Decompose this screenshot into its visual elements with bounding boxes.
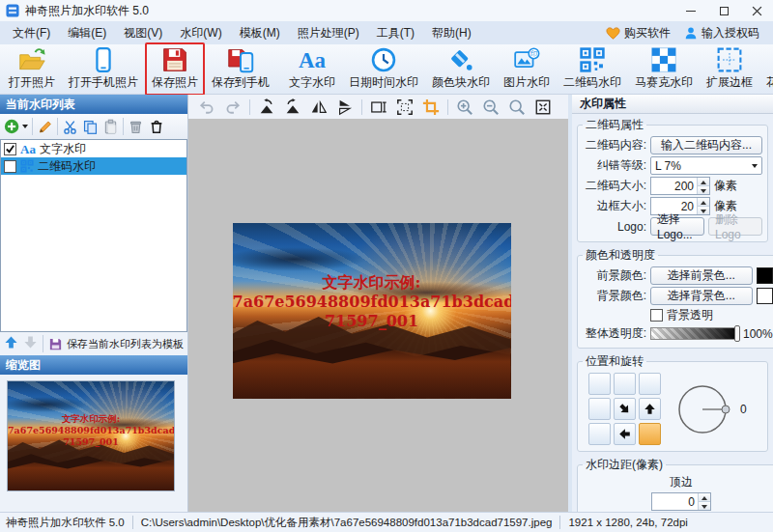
phone-icon [90, 46, 117, 73]
photo-image[interactable]: 文字水印示例: 7a67e56948809fd013a71b3dcad 7159… [233, 223, 511, 399]
maximize-button[interactable] [707, 0, 740, 21]
position-top-center[interactable] [614, 373, 636, 395]
flip-vertical-icon[interactable] [335, 98, 355, 117]
thumbnail-header: 缩览图 [0, 355, 187, 375]
zoom-actual-icon[interactable] [507, 98, 527, 117]
list-item-text-watermark[interactable]: Aa 文字水印 [1, 140, 186, 157]
spin-down[interactable] [698, 207, 709, 214]
checkbox-checked[interactable] [4, 143, 16, 155]
app-window: 神奇照片加水印软件 5.0 文件(F) 编辑(E) 视图(V) 水印(W) 模板… [0, 0, 773, 532]
list-item-label: 文字水印 [40, 141, 86, 157]
watermark-list-toolbar [0, 114, 187, 139]
minimize-button[interactable] [674, 0, 707, 21]
bg-color-label: 背景颜色: [583, 288, 646, 304]
cut-watermark-button[interactable] [62, 119, 78, 135]
picture-watermark-button[interactable]: 印 图片水印 [497, 42, 557, 96]
delete-logo-button[interactable]: 删除Logo [708, 217, 762, 236]
ecc-label: 纠错等级: [583, 157, 646, 174]
qr-size-unit: 像素 [714, 178, 737, 194]
menu-photo-process[interactable]: 照片处理(P) [289, 22, 368, 44]
position-middle-left[interactable] [588, 398, 611, 420]
qr-size-stepper[interactable]: 200 [650, 177, 710, 195]
delete-watermark-button[interactable] [128, 119, 144, 135]
ecc-select[interactable]: L 7% [650, 156, 762, 175]
open-photo-button[interactable]: 打开照片 [2, 42, 62, 96]
close-button[interactable] [740, 0, 773, 21]
menu-tools[interactable]: 工具(T) [368, 22, 423, 44]
menu-edit[interactable]: 编辑(E) [59, 22, 115, 44]
save-template-button[interactable]: 保存当前水印列表为模板 [48, 337, 184, 351]
rotation-dial[interactable]: 0 [676, 382, 747, 436]
zoom-in-icon[interactable] [455, 98, 474, 117]
position-bottom-center[interactable] [614, 423, 636, 445]
chevron-down-icon [752, 164, 758, 168]
undo-icon[interactable] [197, 98, 216, 117]
paste-watermark-button[interactable] [102, 119, 119, 135]
save-photo-button[interactable]: 保存照片 [145, 42, 205, 96]
save-to-phone-button[interactable]: 保存到手机 [205, 42, 276, 96]
position-top-left[interactable] [588, 373, 611, 395]
save-icon [161, 46, 188, 73]
clock-icon [370, 46, 397, 73]
clear-watermarks-button[interactable] [148, 118, 165, 135]
enter-license-button[interactable]: 输入授权码 [684, 25, 759, 42]
buy-software-button[interactable]: 购买软件 [606, 25, 671, 42]
spin-down[interactable] [698, 186, 709, 194]
bg-color-button[interactable]: 选择背景色... [650, 287, 753, 305]
qr-size-label: 二维码大小: [583, 178, 646, 194]
zoom-out-icon[interactable] [481, 98, 501, 117]
rotate-right-icon[interactable] [283, 98, 302, 117]
flip-horizontal-icon[interactable] [309, 98, 329, 117]
rotate-left-icon[interactable] [257, 98, 276, 117]
fg-color-button[interactable]: 选择前景色... [650, 266, 753, 285]
photo-canvas[interactable]: 文字水印示例: 7a67e56948809fd013a71b3dcad 7159… [188, 119, 568, 512]
opacity-slider-handle[interactable] [734, 325, 740, 342]
list-item-qr-watermark[interactable]: 二维码水印 [1, 157, 186, 175]
editor-area: 文字水印示例: 7a67e56948809fd013a71b3dcad 7159… [188, 95, 568, 512]
save-to-phone-icon [227, 46, 254, 73]
crop-icon[interactable] [421, 98, 441, 117]
thumbnail-area: 文字水印示例: 7a67e56948809fd013a71b3dcad 7159… [0, 375, 187, 512]
opacity-slider[interactable] [650, 327, 739, 340]
spin-up[interactable] [698, 178, 709, 186]
text-watermark-button[interactable]: Aa 文字水印 [282, 42, 342, 96]
move-down-button[interactable] [23, 335, 38, 352]
qr-watermark-button[interactable]: 二维码水印 [557, 42, 628, 96]
redo-icon[interactable] [223, 98, 243, 117]
checkbox-unchecked[interactable] [4, 160, 16, 173]
menu-file[interactable]: 文件(F) [4, 22, 59, 44]
margin-top-stepper[interactable]: 0 [651, 492, 711, 511]
resize-canvas-icon[interactable] [369, 98, 388, 117]
watermark-list-panel: 当前水印列表 Aa 文字水印 [0, 95, 188, 512]
expand-canvas-icon[interactable] [395, 98, 415, 117]
rotation-value: 0 [740, 403, 747, 416]
menu-template[interactable]: 模板(M) [231, 22, 289, 44]
bg-transparent-checkbox[interactable] [650, 309, 663, 322]
position-bottom-left[interactable] [588, 423, 611, 445]
mosaic-watermark-button[interactable]: 马赛克水印 [628, 42, 700, 96]
qr-content-button[interactable]: 输入二维码内容... [650, 136, 762, 154]
edit-watermark-button[interactable] [37, 119, 53, 135]
add-watermark-button[interactable] [4, 118, 28, 135]
menu-help[interactable]: 帮助(H) [423, 22, 480, 44]
open-phone-photo-button[interactable]: 打开手机照片 [62, 42, 145, 96]
menu-watermark[interactable]: 水印(W) [171, 22, 230, 44]
close-icon [752, 6, 762, 16]
lace-frame-button[interactable]: 花边像框 [759, 42, 773, 96]
datetime-watermark-button[interactable]: 日期时间水印 [342, 42, 425, 96]
position-top-right[interactable] [639, 373, 661, 395]
paint-bucket-icon [447, 46, 474, 73]
select-logo-button[interactable]: 选择Logo... [650, 217, 704, 236]
qr-code-icon [20, 159, 34, 173]
extend-border-button[interactable]: 扩展边框 [700, 42, 759, 96]
menu-view[interactable]: 视图(V) [115, 22, 171, 44]
fit-window-icon[interactable] [533, 98, 553, 117]
color-block-watermark-button[interactable]: 颜色块水印 [425, 42, 497, 96]
position-center[interactable] [614, 398, 636, 420]
move-up-button[interactable] [4, 335, 18, 352]
position-bottom-right-selected[interactable] [639, 423, 661, 445]
spin-up[interactable] [698, 198, 709, 207]
watermark-text[interactable]: 文字水印示例: 7a67e56948809fd013a71b3dcad 7159… [233, 273, 511, 331]
copy-watermark-button[interactable] [82, 119, 99, 135]
position-middle-right[interactable] [639, 398, 661, 420]
